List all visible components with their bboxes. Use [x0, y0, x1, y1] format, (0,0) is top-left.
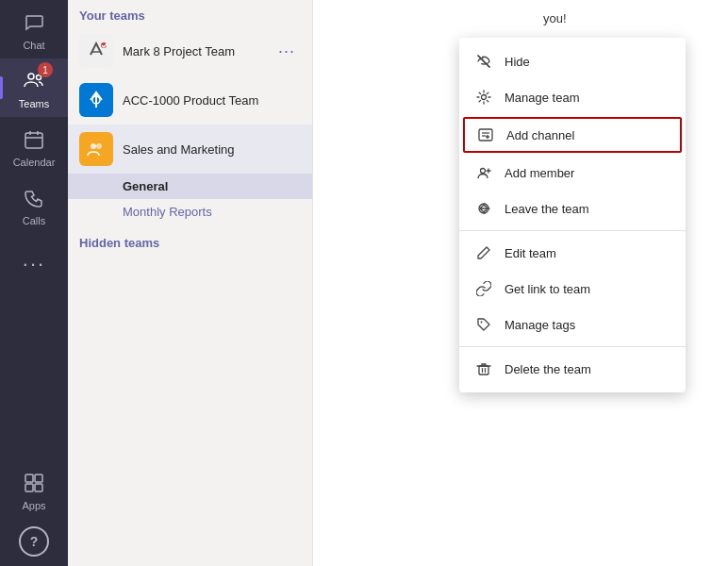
trash-icon	[474, 359, 493, 378]
teams-panel-header: Your teams	[68, 0, 312, 26]
svg-point-0	[28, 74, 34, 79]
menu-label-add-channel: Add channel	[506, 128, 574, 142]
sidebar-item-label: Calls	[23, 215, 45, 226]
menu-item-hide[interactable]: Hide	[459, 43, 686, 79]
calendar-icon	[19, 125, 49, 155]
add-member-icon	[474, 163, 493, 182]
link-icon	[474, 279, 493, 298]
menu-label-hide: Hide	[505, 55, 530, 69]
svg-rect-13	[479, 129, 492, 141]
apps-icon	[19, 468, 49, 498]
team-avatar-mark8	[79, 34, 113, 68]
sidebar-item-help[interactable]: ?	[19, 519, 49, 566]
sidebar-item-calendar[interactable]: Calendar	[0, 117, 68, 175]
calls-icon	[19, 183, 49, 213]
sidebar-item-label: Apps	[22, 500, 45, 511]
context-menu: Hide Manage team	[459, 38, 686, 392]
teams-icon: 1	[19, 66, 49, 96]
channel-item-general[interactable]: General	[68, 174, 312, 199]
help-icon: ?	[19, 526, 49, 557]
sidebar: Chat 1 Teams Calendar	[0, 0, 68, 566]
channel-item-monthlyreports[interactable]: Monthly Reports	[68, 199, 312, 225]
svg-rect-23	[479, 366, 488, 375]
main-content: you! ↩ Reply Gu a T ). T from Gu es c Ad…	[313, 0, 728, 566]
menu-item-leave-team[interactable]: Leave the team	[459, 191, 686, 226]
sidebar-item-apps[interactable]: Apps	[19, 460, 49, 519]
menu-label-leave-team: Leave the team	[505, 202, 589, 216]
hidden-teams-label[interactable]: Hidden teams	[68, 225, 312, 261]
svg-point-22	[481, 322, 483, 324]
menu-item-get-link[interactable]: Get link to team	[459, 271, 686, 307]
teams-badge: 1	[38, 62, 53, 77]
sidebar-item-more[interactable]: ···	[0, 241, 68, 289]
menu-item-edit-team[interactable]: Edit team	[459, 235, 686, 271]
hide-icon	[474, 52, 493, 71]
menu-divider-2	[459, 346, 686, 347]
svg-point-10	[96, 143, 102, 149]
menu-label-edit-team: Edit team	[505, 246, 556, 260]
more-icon: ···	[19, 249, 49, 279]
menu-label-add-member: Add member	[505, 166, 574, 180]
svg-rect-4	[35, 474, 42, 482]
team-ellipsis-mark8[interactable]: ···	[273, 40, 301, 63]
leave-icon	[474, 199, 493, 218]
svg-point-12	[482, 95, 487, 100]
chat-bubble-text: you!	[543, 11, 567, 25]
chat-icon	[19, 8, 49, 38]
menu-label-manage-tags: Manage tags	[505, 318, 575, 332]
team-item-mark8[interactable]: Mark 8 Project Team ···	[68, 26, 312, 75]
menu-item-manage-team[interactable]: Manage team	[459, 79, 686, 115]
team-name-mark8: Mark 8 Project Team	[123, 44, 235, 58]
tag-icon	[474, 315, 493, 334]
gear-icon	[474, 88, 493, 107]
menu-item-delete-team[interactable]: Delete the team	[459, 351, 686, 387]
menu-item-manage-tags[interactable]: Manage tags	[459, 307, 686, 342]
svg-rect-3	[25, 474, 33, 482]
svg-point-18	[481, 169, 486, 174]
menu-label-manage-team: Manage team	[505, 91, 580, 105]
sidebar-item-calls[interactable]: Calls	[0, 175, 68, 234]
svg-rect-2	[25, 133, 42, 148]
teams-panel: Your teams Mark 8 Project Team ··· ACC-1…	[68, 0, 313, 566]
svg-rect-5	[25, 484, 33, 491]
menu-label-delete-team: Delete the team	[505, 362, 591, 376]
sidebar-item-label: Teams	[19, 98, 49, 109]
sidebar-item-teams[interactable]: 1 Teams	[0, 58, 68, 117]
svg-rect-6	[35, 484, 42, 491]
sidebar-item-label: Chat	[23, 40, 44, 51]
menu-item-add-channel[interactable]: Add channel	[463, 117, 682, 153]
sidebar-item-chat[interactable]: Chat	[0, 0, 68, 58]
menu-divider	[459, 230, 686, 231]
team-name-acc1000: ACC-1000 Product Team	[123, 93, 258, 108]
menu-label-get-link: Get link to team	[505, 282, 590, 296]
team-item-salesmarketing[interactable]: Sales and Marketing	[68, 125, 312, 174]
team-avatar-salesmarketing	[79, 132, 113, 166]
team-item-acc1000[interactable]: ACC-1000 Product Team	[68, 75, 312, 125]
add-channel-icon	[476, 125, 495, 144]
svg-point-9	[91, 143, 96, 149]
edit-icon	[474, 243, 493, 262]
menu-item-add-member[interactable]: Add member	[459, 155, 686, 191]
sidebar-item-label: Calendar	[13, 157, 56, 168]
team-name-salesmarketing: Sales and Marketing	[123, 142, 235, 157]
team-avatar-acc1000	[79, 83, 113, 117]
